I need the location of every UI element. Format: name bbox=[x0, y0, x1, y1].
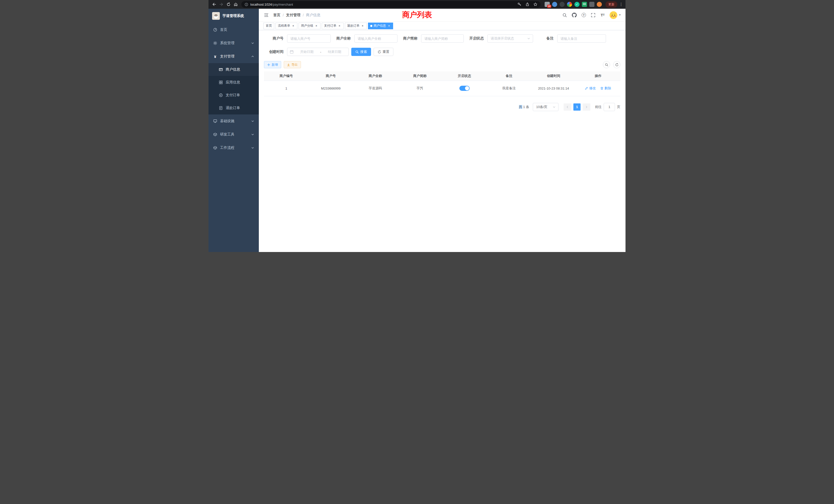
page-size-select[interactable]: 10条/页 bbox=[533, 103, 558, 111]
filter-create-time: 创建时间 开始日期 - 结束日期 bbox=[264, 48, 349, 56]
tab-pay-order[interactable]: 支付订单 bbox=[322, 23, 344, 29]
remark-input[interactable] bbox=[557, 35, 606, 43]
sidebar-item-label: 工作流程 bbox=[220, 145, 235, 150]
close-icon[interactable] bbox=[291, 24, 295, 28]
browser-update-button[interactable]: 更新 bbox=[606, 1, 617, 8]
main-panel: 首页 / 支付管理 / 商户信息 bbox=[259, 9, 626, 252]
sidebar-item-label: 支付管理 bbox=[220, 54, 235, 59]
search-button[interactable]: 搜索 bbox=[351, 48, 371, 56]
download-icon bbox=[287, 63, 290, 66]
chevron-down-icon bbox=[527, 37, 530, 40]
user-menu[interactable] bbox=[610, 11, 621, 19]
refresh-button[interactable] bbox=[613, 61, 620, 68]
hamburger-icon[interactable] bbox=[263, 12, 269, 18]
close-icon[interactable] bbox=[387, 24, 391, 28]
prev-page-button[interactable] bbox=[564, 104, 571, 111]
breadcrumb-separator: / bbox=[283, 13, 284, 17]
logo-avatar bbox=[212, 12, 220, 20]
field-label: 商户号 bbox=[264, 36, 284, 41]
sidebar-item-app-info[interactable]: 应用信息 bbox=[208, 76, 259, 89]
share-icon[interactable] bbox=[525, 2, 529, 6]
extension-pin-icon[interactable] bbox=[552, 2, 557, 7]
browser-menu-dots-icon[interactable] bbox=[619, 2, 623, 7]
card-icon bbox=[219, 68, 223, 72]
extensions-cluster: 10 bbox=[545, 2, 602, 7]
tab-home[interactable]: 首页 bbox=[263, 23, 274, 29]
extension-check-icon[interactable] bbox=[574, 2, 579, 7]
chevron-up-icon bbox=[251, 55, 254, 58]
next-page-button[interactable] bbox=[583, 104, 590, 111]
col-status: 开启状态 bbox=[442, 71, 487, 81]
date-range-picker[interactable]: 开始日期 - 结束日期 bbox=[287, 48, 349, 56]
sidebar-item-payment[interactable]: 支付管理 bbox=[208, 50, 259, 63]
tab-process-form[interactable]: 流程表单 bbox=[276, 23, 297, 29]
field-label: 开启状态 bbox=[469, 36, 484, 41]
search-icon[interactable] bbox=[562, 13, 567, 18]
sidebar-item-label: 应用信息 bbox=[226, 80, 240, 85]
fullscreen-icon[interactable] bbox=[591, 13, 596, 18]
screen: localhost:1024/pay/merchant 10 bbox=[208, 0, 626, 252]
bookmark-star-icon[interactable] bbox=[533, 2, 537, 6]
font-size-icon[interactable] bbox=[600, 13, 605, 18]
tab-user-group[interactable]: 用户分组 bbox=[299, 23, 321, 29]
github-icon[interactable] bbox=[572, 13, 577, 18]
user-avatar[interactable] bbox=[610, 11, 617, 19]
extension-puzzle-icon[interactable] bbox=[589, 2, 594, 7]
caret-down-icon bbox=[619, 14, 621, 16]
sidebar-item-workflow[interactable]: 工作流程 bbox=[208, 141, 259, 155]
col-full-name: 商户全称 bbox=[353, 71, 398, 81]
add-button[interactable]: 新增 bbox=[264, 61, 281, 68]
close-icon[interactable] bbox=[314, 24, 318, 28]
sidebar-item-refund-order[interactable]: 退款订单 bbox=[208, 101, 259, 114]
sidebar-item-home[interactable]: 首页 bbox=[208, 23, 259, 37]
status-select[interactable]: 请选择开启状态 bbox=[487, 35, 533, 43]
reset-button-label: 重置 bbox=[382, 49, 389, 54]
close-icon[interactable] bbox=[361, 24, 364, 28]
sidebar-item-merchant-info[interactable]: 商户信息 bbox=[208, 63, 259, 76]
home-icon[interactable] bbox=[232, 1, 239, 8]
delete-link[interactable]: 删除 bbox=[600, 86, 611, 91]
edit-link[interactable]: 修改 bbox=[585, 86, 596, 91]
sidebar-item-devtools[interactable]: 研发工具 bbox=[208, 128, 259, 141]
extension-avatar-icon[interactable] bbox=[597, 2, 602, 7]
tab-merchant-info[interactable]: 商户信息 bbox=[368, 23, 393, 29]
field-label: 商户全称 bbox=[336, 36, 351, 41]
cell-remark: 我是备注 bbox=[487, 81, 531, 96]
active-dot bbox=[370, 25, 372, 27]
goto-page-input[interactable] bbox=[604, 103, 615, 111]
breadcrumb-payment[interactable]: 支付管理 bbox=[286, 13, 301, 18]
short-name-input[interactable] bbox=[421, 35, 464, 43]
tab-refund-order[interactable]: 退款订单 bbox=[345, 23, 367, 29]
status-toggle[interactable] bbox=[459, 86, 470, 91]
filter-short-name: 商户简称 bbox=[403, 35, 464, 43]
page-1-button[interactable]: 1 bbox=[573, 104, 580, 111]
sidebar-item-label: 首页 bbox=[220, 27, 227, 32]
extension-dark-icon[interactable] bbox=[559, 2, 565, 7]
help-icon[interactable] bbox=[581, 13, 586, 18]
reload-icon[interactable] bbox=[225, 1, 232, 8]
extensions-icon[interactable]: 10 bbox=[545, 2, 550, 7]
toggle-search-button[interactable] bbox=[603, 61, 610, 68]
plus-icon bbox=[267, 63, 270, 66]
forward-icon[interactable] bbox=[218, 1, 225, 8]
breadcrumb-home[interactable]: 首页 bbox=[273, 13, 280, 18]
full-name-input[interactable] bbox=[354, 35, 397, 43]
box-icon bbox=[213, 146, 217, 150]
sidebar-logo[interactable]: 芋道管理系统 bbox=[208, 9, 259, 23]
sidebar-item-infrastructure[interactable]: 基础设施 bbox=[208, 114, 259, 128]
sidebar-item-pay-order[interactable]: 支付订单 bbox=[208, 89, 259, 101]
address-bar[interactable]: localhost:1024/pay/merchant bbox=[241, 1, 541, 8]
date-start-placeholder: 开始日期 bbox=[295, 49, 318, 54]
sidebar-item-system[interactable]: 系统管理 bbox=[208, 37, 259, 50]
close-icon[interactable] bbox=[338, 24, 341, 28]
export-button[interactable]: 导出 bbox=[284, 61, 301, 68]
back-icon[interactable] bbox=[211, 1, 218, 8]
extension-notes-icon[interactable] bbox=[582, 2, 587, 7]
reset-button[interactable]: 重置 bbox=[374, 48, 393, 56]
extension-badge: 10 bbox=[547, 5, 551, 8]
info-icon[interactable] bbox=[244, 3, 248, 6]
extension-colorful-icon[interactable] bbox=[567, 2, 572, 7]
password-key-icon[interactable] bbox=[518, 2, 522, 6]
merchant-no-input[interactable] bbox=[287, 35, 331, 43]
filter-status: 开启状态 请选择开启状态 bbox=[469, 35, 533, 43]
